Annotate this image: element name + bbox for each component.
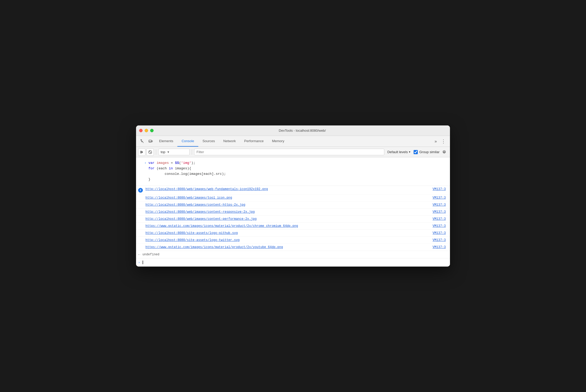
window-title: DevTools - localhost:8080/web/ [158,129,447,132]
console-toolbar: top ▾ Default levels ▾ Group similar [136,147,450,157]
run-script-button[interactable] [138,148,145,156]
devtools-menu-button[interactable]: ⋮ [439,136,448,147]
input-prompt-arrow: › [144,161,146,166]
result-arrow-icon: ← [138,252,140,257]
maximize-button[interactable] [150,129,154,132]
log-count-badge: 2 [138,188,143,193]
log-source-ref[interactable]: VM137:3 [433,245,446,249]
title-bar: DevTools - localhost:8080/web/ [136,125,450,136]
log-entry: http://localhost:8080/web/images/content… [136,216,450,223]
traffic-lights [139,129,154,132]
svg-rect-0 [149,140,151,142]
log-source-ref[interactable]: VM137:3 [433,224,446,228]
log-entry: http://localhost:8080/site-assets/logo-t… [136,237,450,244]
close-button[interactable] [139,129,143,132]
svg-point-7 [444,151,445,153]
log-url[interactable]: http://localhost:8080/site-assets/logo-t… [145,238,429,242]
log-url[interactable]: http://localhost:8080/web/images/tool_ic… [145,196,429,200]
log-entry: http://localhost:8080/web/images/tool_ic… [136,194,450,201]
more-tabs-button[interactable]: » [432,136,439,147]
log-entry: http://localhost:8080/site-assets/logo-g… [136,230,450,237]
tabs-bar: Elements Console Sources Network Perform… [136,136,450,147]
tab-sources[interactable]: Sources [198,136,219,147]
log-source-ref[interactable]: VM137:3 [433,203,446,207]
log-url[interactable]: http://localhost:8080/web/images/content… [145,217,429,221]
log-levels-button[interactable]: Default levels ▾ [385,149,413,155]
toolbar-separator-1 [156,149,156,155]
toolbar-separator-2 [192,149,192,155]
log-source-ref[interactable]: VM137:3 [433,187,446,191]
inspect-icon-button[interactable] [138,136,146,147]
tab-memory[interactable]: Memory [268,136,289,147]
log-entry: http://localhost:8080/web/images/content… [136,209,450,216]
console-input-line[interactable]: › [136,258,450,267]
console-content: › var images = $$('img'); for (each in i… [136,157,450,266]
log-url[interactable]: http://localhost:8080/web/images/content… [145,210,429,214]
minimize-button[interactable] [145,129,148,132]
log-entry: 2http://localhost:8080/web/images/web-fu… [136,186,450,194]
log-entry: https://www.gstatic.com/images/icons/mat… [136,244,450,251]
log-source-ref[interactable]: VM137:3 [433,196,446,200]
log-url[interactable]: http://localhost:8080/web/images/content… [145,203,429,207]
svg-rect-3 [140,151,141,153]
svg-line-6 [149,151,151,153]
settings-icon-button[interactable] [441,148,448,156]
group-similar-container: Group similar [414,150,440,154]
code-block: › var images = $$('img'); for (each in i… [136,157,450,186]
code-text: var images = $$('img'); for (each in ima… [148,160,446,182]
log-source-ref[interactable]: VM137:3 [433,217,446,221]
log-entries-group: 2http://localhost:8080/web/images/web-fu… [136,186,450,251]
input-cursor [143,261,143,264]
log-url[interactable]: https://www.gstatic.com/images/icons/mat… [145,245,429,249]
filter-input[interactable] [194,149,384,155]
context-selector[interactable]: top ▾ [158,149,190,155]
device-toggle-button[interactable] [146,136,155,147]
clear-console-button[interactable] [146,148,154,156]
result-line: ← undefined [136,251,450,258]
log-url[interactable]: http://localhost:8080/web/images/web-fun… [145,187,429,191]
svg-rect-1 [152,141,153,142]
svg-marker-4 [142,151,143,153]
log-source-ref[interactable]: VM137:3 [433,238,446,242]
log-entry: https://www.gstatic.com/images/icons/mat… [136,223,450,230]
tab-elements[interactable]: Elements [155,136,177,147]
log-entry: http://localhost:8080/web/images/content… [136,201,450,209]
tab-network[interactable]: Network [219,136,240,147]
log-source-ref[interactable]: VM137:3 [433,231,446,235]
devtools-window: DevTools - localhost:8080/web/ Elements … [136,125,450,266]
log-url[interactable]: http://localhost:8080/site-assets/logo-g… [145,231,429,235]
group-similar-checkbox[interactable] [414,150,418,154]
log-source-ref[interactable]: VM137:3 [433,210,446,214]
tab-console[interactable]: Console [177,136,198,147]
tab-performance[interactable]: Performance [240,136,268,147]
context-selector-arrow: ▾ [167,150,169,154]
levels-arrow-icon: ▾ [409,150,410,154]
console-input-prompt: › [138,261,140,264]
log-url[interactable]: https://www.gstatic.com/images/icons/mat… [145,224,429,228]
